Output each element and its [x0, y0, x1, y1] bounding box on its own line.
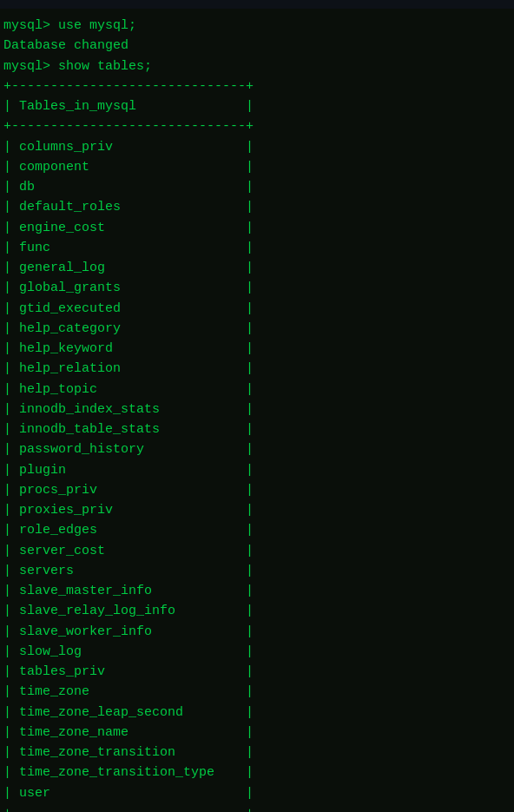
terminal-line: | innodb_table_stats | — [0, 419, 514, 439]
terminal-window: mysql> use mysql;Database changedmysql> … — [0, 9, 514, 812]
terminal-line: | slave_master_info | — [0, 581, 514, 601]
terminal-line: | general_log | — [0, 258, 514, 278]
terminal-line: | gtid_executed | — [0, 299, 514, 319]
terminal-line: | plugin | — [0, 460, 514, 480]
terminal-line: | time_zone | — [0, 682, 514, 702]
terminal-line: | tables_priv | — [0, 662, 514, 682]
terminal-line: | Tables_in_mysql | — [0, 96, 514, 116]
terminal-line: | help_topic | — [0, 380, 514, 399]
terminal-line: | proxies_priv | — [0, 500, 514, 520]
terminal-line: | help_keyword | — [0, 339, 514, 359]
terminal-line: | time_zone_leap_second | — [0, 703, 514, 723]
terminal-line: | time_zone_transition_type | — [0, 762, 514, 782]
terminal-line: | time_zone_transition | — [0, 743, 514, 762]
terminal-line: | engine_cost | — [0, 218, 514, 238]
terminal-line: | server_cost | — [0, 541, 514, 561]
terminal-line: | slow_log | — [0, 642, 514, 662]
terminal-line: | func | — [0, 238, 514, 258]
terminal-line: | user | — [0, 783, 514, 803]
terminal-line: | slave_relay_log_info | — [0, 601, 514, 621]
terminal-line: +------------------------------+ — [0, 116, 514, 136]
terminal-line: | default_roles | — [0, 197, 514, 217]
terminal-line: mysql> show tables; — [0, 56, 514, 76]
terminal-line: | slave_worker_info | — [0, 622, 514, 642]
terminal-line: +------------------------------+ — [0, 76, 514, 96]
terminal-line: Database changed — [0, 36, 514, 56]
terminal-line: | global_grants | — [0, 278, 514, 298]
terminal-line: | procs_priv | — [0, 480, 514, 500]
terminal-line: | columns_priv | — [0, 137, 514, 157]
terminal-line: +------------------------------+ — [0, 803, 514, 812]
terminal-line: mysql> use mysql; — [0, 16, 514, 36]
terminal-line: | component | — [0, 157, 514, 177]
terminal-line: | help_category | — [0, 319, 514, 339]
terminal-line: | role_edges | — [0, 520, 514, 540]
terminal-line: | time_zone_name | — [0, 723, 514, 743]
terminal-line: | db | — [0, 177, 514, 197]
terminal-line: | servers | — [0, 561, 514, 581]
terminal-line: | help_relation | — [0, 359, 514, 379]
terminal-line: | innodb_index_stats | — [0, 399, 514, 419]
terminal-line: | password_history | — [0, 439, 514, 459]
